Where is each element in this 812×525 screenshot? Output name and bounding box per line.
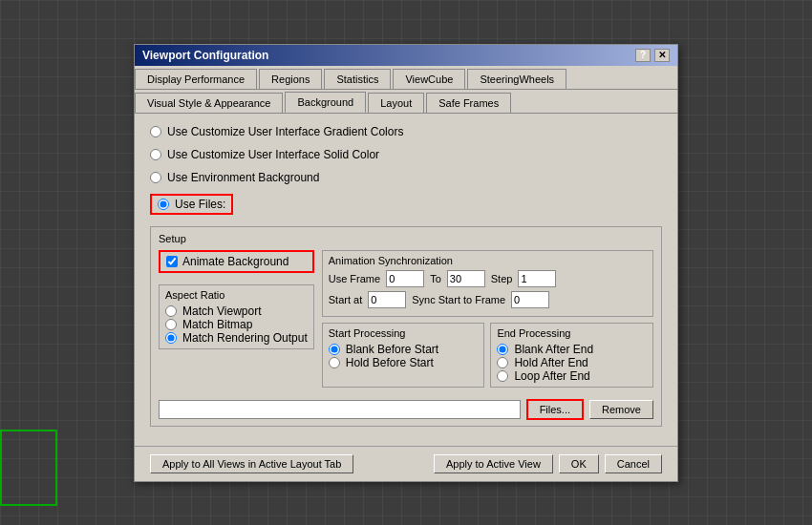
- bottom-right: Apply to Active View OK Cancel: [434, 454, 662, 473]
- start-hold: Hold Before Start: [329, 356, 479, 369]
- aspect-match-bitmap: Match Bitmap: [165, 318, 308, 331]
- radio-gradient-input[interactable]: [150, 126, 161, 137]
- end-processing-title: End Processing: [497, 327, 647, 339]
- radio-solid-label: Use Customize User Interface Solid Color: [167, 148, 379, 161]
- aspect-ratio-group: Aspect Ratio Match Viewport Match Bitmap…: [159, 284, 314, 349]
- title-bar-buttons: ? ✕: [635, 49, 670, 62]
- files-button[interactable]: Files...: [526, 399, 584, 420]
- anim-row-startat: Start at Sync Start to Frame: [329, 291, 647, 308]
- cancel-button[interactable]: Cancel: [605, 454, 662, 473]
- tabs-row1: Display Performance Regions Statistics V…: [135, 66, 677, 90]
- aspect-match-viewport: Match Viewport: [165, 304, 308, 318]
- sync-label: Sync Start to Frame: [412, 294, 505, 305]
- end-loop-input[interactable]: [497, 370, 508, 382]
- file-row: Files... Remove: [159, 399, 653, 420]
- end-blank-input[interactable]: [497, 344, 508, 355]
- use-frame-label: Use Frame: [329, 273, 380, 284]
- anim-row-useframe: Use Frame To Step: [329, 270, 647, 287]
- step-input[interactable]: [518, 270, 556, 287]
- setup-legend: Setup: [159, 233, 653, 244]
- setup-right: Animation Synchronization Use Frame To S…: [322, 250, 653, 393]
- radio-environment-input[interactable]: [150, 172, 161, 183]
- start-blank-input[interactable]: [329, 344, 340, 355]
- content-area: Use Customize User Interface Gradient Co…: [135, 114, 677, 446]
- tab-regions[interactable]: Regions: [259, 69, 322, 89]
- start-blank: Blank Before Start: [329, 343, 479, 356]
- green-indicator-box: [0, 430, 57, 506]
- radio-environment: Use Environment Background: [150, 171, 662, 184]
- animate-bg-checkbox[interactable]: [166, 256, 178, 267]
- setup-left: Animate Background Aspect Ratio Match Vi…: [159, 250, 314, 393]
- tab-safe-frames[interactable]: Safe Frames: [426, 93, 511, 113]
- aspect-bitmap-input[interactable]: [165, 319, 177, 330]
- tab-steeringwheels[interactable]: SteeringWheels: [467, 69, 566, 89]
- setup-inner: Animate Background Aspect Ratio Match Vi…: [159, 250, 653, 393]
- tabs-row2: Visual Style & Appearance Background Lay…: [135, 90, 677, 114]
- radio-solid: Use Customize User Interface Solid Color: [150, 148, 662, 161]
- radio-use-files-input[interactable]: [158, 199, 169, 210]
- aspect-bitmap-label: Match Bitmap: [182, 318, 252, 331]
- tab-background[interactable]: Background: [285, 92, 366, 113]
- end-loop-label: Loop After End: [514, 369, 589, 383]
- step-label: Step: [491, 273, 513, 284]
- radio-solid-input[interactable]: [150, 149, 161, 160]
- tab-display-performance[interactable]: Display Performance: [135, 69, 257, 89]
- radio-environment-label: Use Environment Background: [167, 171, 319, 184]
- setup-group: Setup Animate Background Aspect Ratio Ma…: [150, 226, 662, 427]
- start-at-input[interactable]: [368, 291, 406, 308]
- bg-type-radio-group: Use Customize User Interface Gradient Co…: [150, 125, 662, 215]
- help-button[interactable]: ?: [635, 49, 651, 62]
- aspect-viewport-label: Match Viewport: [182, 304, 261, 318]
- close-button[interactable]: ✕: [654, 49, 670, 62]
- dialog-title: Viewport Configuration: [142, 49, 268, 62]
- end-blank-label: Blank After End: [514, 343, 593, 356]
- end-loop: Loop After End: [497, 369, 647, 383]
- aspect-rendering-label: Match Rendering Output: [182, 331, 308, 345]
- radio-use-files: Use Files:: [150, 194, 233, 215]
- tab-statistics[interactable]: Statistics: [324, 69, 391, 89]
- anim-sync-group: Animation Synchronization Use Frame To S…: [322, 250, 653, 317]
- bottom-bar: Apply to All Views in Active Layout Tab …: [135, 446, 677, 481]
- apply-all-button[interactable]: Apply to All Views in Active Layout Tab: [150, 454, 353, 473]
- end-processing-group: End Processing Blank After End Hold Afte…: [490, 323, 653, 388]
- radio-gradient: Use Customize User Interface Gradient Co…: [150, 125, 662, 138]
- aspect-rendering-input[interactable]: [165, 332, 177, 344]
- start-blank-label: Blank Before Start: [346, 343, 438, 356]
- end-blank: Blank After End: [497, 343, 647, 356]
- tab-visual-style[interactable]: Visual Style & Appearance: [135, 93, 283, 113]
- anim-sync-title: Animation Synchronization: [329, 255, 647, 266]
- aspect-match-rendering: Match Rendering Output: [165, 331, 308, 345]
- processing-row: Start Processing Blank Before Start Hold…: [322, 323, 653, 388]
- tab-layout[interactable]: Layout: [368, 93, 424, 113]
- aspect-ratio-title: Aspect Ratio: [165, 289, 308, 301]
- radio-gradient-label: Use Customize User Interface Gradient Co…: [167, 125, 403, 138]
- tab-viewcube[interactable]: ViewCube: [393, 69, 465, 89]
- title-bar: Viewport Configuration ? ✕: [135, 45, 677, 66]
- start-at-label: Start at: [329, 294, 362, 305]
- start-processing-group: Start Processing Blank Before Start Hold…: [322, 323, 485, 388]
- start-hold-label: Hold Before Start: [346, 356, 434, 369]
- animate-bg-label: Animate Background: [182, 255, 288, 268]
- animate-bg-box: Animate Background: [159, 250, 314, 273]
- start-processing-title: Start Processing: [329, 327, 479, 339]
- end-hold-input[interactable]: [497, 357, 508, 368]
- remove-button[interactable]: Remove: [589, 400, 653, 419]
- end-hold-label: Hold After End: [514, 356, 588, 369]
- aspect-viewport-input[interactable]: [165, 305, 177, 317]
- start-hold-input[interactable]: [329, 357, 340, 368]
- ok-button[interactable]: OK: [559, 454, 599, 473]
- end-hold: Hold After End: [497, 356, 647, 369]
- radio-use-files-label: Use Files:: [175, 198, 225, 211]
- use-frame-input[interactable]: [386, 270, 424, 287]
- viewport-config-dialog: Viewport Configuration ? ✕ Display Perfo…: [134, 44, 678, 482]
- to-label: To: [430, 273, 441, 284]
- apply-active-button[interactable]: Apply to Active View: [434, 454, 553, 473]
- file-path-input[interactable]: [159, 400, 521, 419]
- to-input[interactable]: [447, 270, 485, 287]
- sync-frame-input[interactable]: [511, 291, 549, 308]
